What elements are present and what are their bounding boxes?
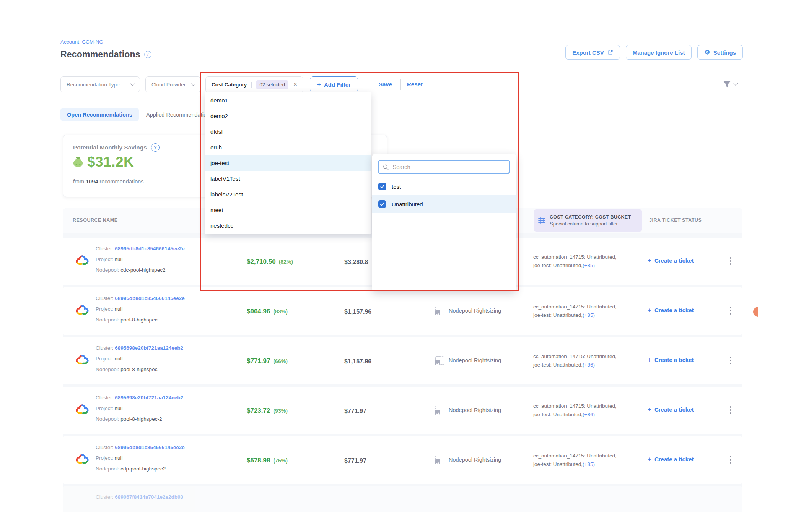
info-icon[interactable]: i xyxy=(144,51,151,58)
settings-button[interactable]: ⚙ Settings xyxy=(697,45,743,60)
dropdown-item[interactable]: nestedcc xyxy=(205,218,371,234)
table-row[interactable]: Cluster: 68995db8d1c854666145ee2e Projec… xyxy=(63,287,742,335)
cost-category-more-link[interactable]: (+86) xyxy=(583,362,595,368)
cluster-id-link[interactable]: 6895698e20bf721aa124eeb2 xyxy=(115,345,183,351)
cost-category-more-link[interactable]: (+86) xyxy=(583,412,595,417)
cluster-label: Cluster: xyxy=(96,395,114,401)
dropdown-item[interactable]: dfdsf xyxy=(205,124,371,139)
manage-ignore-list-label: Manage Ignore List xyxy=(633,49,685,56)
cost-category-filter[interactable]: Cost Category | 02 selected × xyxy=(205,76,303,92)
cluster-id-link[interactable]: 68995db8d1c854666145ee2e xyxy=(115,295,184,301)
project-label: Project: xyxy=(96,256,113,262)
page-title: Recommendations xyxy=(60,49,140,60)
recommendation-type-cell: Nodepool Rightsizing xyxy=(435,456,501,464)
dropdown-item[interactable]: demo2 xyxy=(205,108,371,124)
floating-side-button[interactable] xyxy=(753,307,758,317)
cost-category-line2: joe-test: Unattributed, xyxy=(533,263,583,268)
dropdown-item[interactable]: labelV1Test xyxy=(205,171,371,187)
cost-category-more-link[interactable]: (+85) xyxy=(583,461,595,467)
gcp-cloud-icon xyxy=(76,305,89,316)
cluster-id-link[interactable]: 6895698e20bf721aa124eeb2 xyxy=(115,395,183,401)
recommendations-page: Account: CCM-NG Recommendations i Export… xyxy=(0,0,801,532)
account-breadcrumb[interactable]: Account: CCM-NG xyxy=(60,39,103,45)
cluster-id-link[interactable]: 68995db8d1c854666145ee2e xyxy=(115,444,184,450)
checkbox-checked-icon[interactable] xyxy=(378,183,386,190)
manage-ignore-list-button[interactable]: Manage Ignore List xyxy=(626,45,692,60)
save-filter-link[interactable]: Save xyxy=(379,81,392,88)
nodepool-value: pool-8-highspec-2 xyxy=(120,416,162,422)
cost-bucket-value-panel: test Unattributed xyxy=(372,154,516,291)
project-label: Project: xyxy=(96,455,113,461)
monthly-savings-cell: $578.98 (75%) xyxy=(247,457,288,464)
row-menu-button[interactable] xyxy=(728,255,733,267)
create-ticket-button[interactable]: + Create a ticket xyxy=(648,456,694,462)
row-menu-button[interactable] xyxy=(728,305,733,316)
monthly-savings-cell: $2,710.50 (82%) xyxy=(247,258,293,266)
tab-open-recommendations[interactable]: Open Recommendations xyxy=(60,108,139,121)
savings-icon xyxy=(72,157,84,167)
export-csv-button[interactable]: Export CSV xyxy=(565,45,620,60)
create-ticket-button[interactable]: + Create a ticket xyxy=(648,357,694,363)
funnel-icon xyxy=(722,80,732,88)
recommendation-type-value: Nodepool Rightsizing xyxy=(449,308,501,314)
option-test[interactable]: test xyxy=(372,178,516,195)
create-ticket-button[interactable]: + Create a ticket xyxy=(648,307,694,313)
cluster-label: Cluster: xyxy=(96,246,114,251)
row-menu-button[interactable] xyxy=(728,355,733,366)
close-icon[interactable]: × xyxy=(293,81,297,88)
header-actions: Export CSV Manage Ignore List ⚙ Settings xyxy=(565,45,743,60)
recommendation-type-filter[interactable]: Recommendation Type xyxy=(60,76,140,92)
from-suffix: recommendations xyxy=(99,178,143,185)
search-icon xyxy=(383,164,389,170)
search-input[interactable] xyxy=(392,164,505,170)
column-header-jira-status[interactable]: JIRA TICKET STATUS xyxy=(649,217,702,223)
help-icon[interactable]: ? xyxy=(151,143,160,152)
table-row[interactable]: Cluster: 6895698e20bf721aa124eeb2 Projec… xyxy=(63,387,742,434)
cost-bucket-header-text: COST CATEGORY: COST BUCKET Special colum… xyxy=(550,214,631,227)
cloud-provider-filter[interactable]: Cloud Provider xyxy=(145,76,201,92)
resource-details: Cluster: 6895698e20bf721aa124eeb2 Projec… xyxy=(96,393,183,425)
create-ticket-label: Create a ticket xyxy=(654,357,694,363)
page-title-row: Recommendations i xyxy=(60,49,151,60)
dropdown-item[interactable]: labelsV2Test xyxy=(205,187,371,202)
cost-category-label: Cost Category xyxy=(212,82,247,88)
row-menu-button[interactable] xyxy=(728,404,733,416)
row-menu-button[interactable] xyxy=(728,454,733,466)
dropdown-item-highlighted[interactable]: joe-test xyxy=(205,155,371,171)
cluster-label: Cluster: xyxy=(96,295,114,301)
cluster-id-link[interactable]: 689067f8414a7041e2e2db03 xyxy=(115,494,183,500)
reset-filter-link[interactable]: Reset xyxy=(407,81,423,88)
table-row[interactable]: Cluster: 689067f8414a7041e2e2db03 xyxy=(63,486,742,512)
dropdown-item[interactable]: demo1 xyxy=(205,92,371,108)
option-label: test xyxy=(392,183,401,190)
rightsizing-icon xyxy=(435,307,444,315)
filter-panel-toggle[interactable] xyxy=(722,80,737,88)
table-row[interactable]: Cluster: 68995db8d1c854666145ee2e Projec… xyxy=(63,436,742,484)
cost-category-more-link[interactable]: (+85) xyxy=(583,312,595,318)
create-ticket-button[interactable]: + Create a ticket xyxy=(648,257,694,264)
recommendations-count: 1094 xyxy=(86,178,98,185)
cost-category-more-link[interactable]: (+85) xyxy=(583,263,595,268)
cost-category-line2: joe-test: Unattributed, xyxy=(533,412,583,417)
cloud-provider-label: Cloud Provider xyxy=(151,82,186,88)
savings-percent: (83%) xyxy=(273,308,287,315)
filter-lines-icon xyxy=(538,217,545,224)
gcp-cloud-icon xyxy=(76,454,89,466)
project-label: Project: xyxy=(96,306,113,312)
savings-percent: (66%) xyxy=(273,358,287,364)
option-unattributed[interactable]: Unattributed xyxy=(372,195,516,213)
cluster-id-link[interactable]: 68995db8d1c854666145ee2e xyxy=(115,246,184,251)
create-ticket-button[interactable]: + Create a ticket xyxy=(648,406,694,413)
create-ticket-label: Create a ticket xyxy=(654,307,694,313)
table-row[interactable]: Cluster: 6895698e20bf721aa124eeb2 Projec… xyxy=(63,337,742,384)
checkbox-checked-icon[interactable] xyxy=(378,200,386,208)
create-ticket-label: Create a ticket xyxy=(654,257,694,264)
dropdown-item[interactable]: eruh xyxy=(205,139,371,155)
create-ticket-label: Create a ticket xyxy=(654,406,694,413)
column-header-cost-bucket[interactable]: COST CATEGORY: COST BUCKET Special colum… xyxy=(534,209,642,232)
dropdown-item[interactable]: meet xyxy=(205,202,371,218)
resource-details: Cluster: 68995db8d1c854666145ee2e Projec… xyxy=(96,442,185,474)
column-header-resource-name[interactable]: RESOURCE NAME xyxy=(73,217,118,223)
nodepool-label: Nodepool: xyxy=(96,367,119,372)
add-filter-button[interactable]: + Add Filter xyxy=(310,76,358,92)
